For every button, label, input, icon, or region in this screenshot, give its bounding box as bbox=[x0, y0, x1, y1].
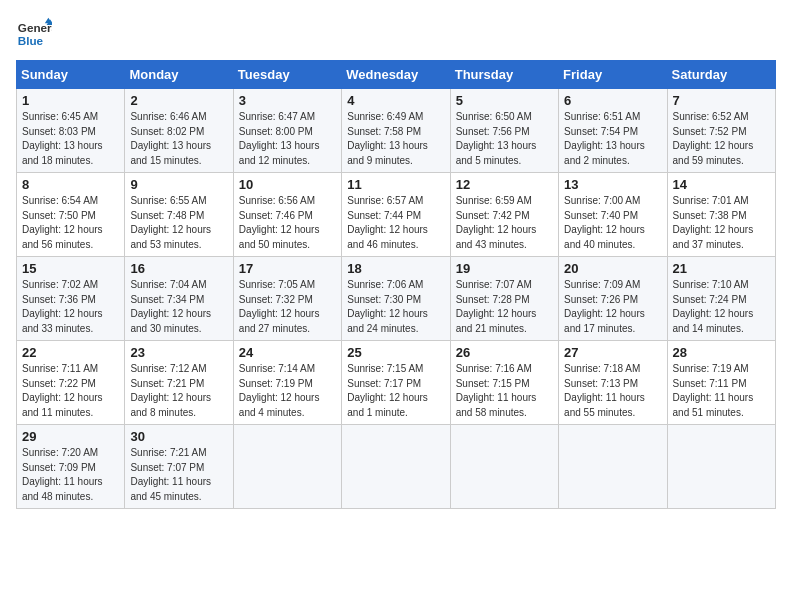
header-cell-sunday: Sunday bbox=[17, 61, 125, 89]
day-number: 25 bbox=[347, 345, 444, 360]
calendar-cell: 17Sunrise: 7:05 AMSunset: 7:32 PMDayligh… bbox=[233, 257, 341, 341]
day-info: Sunrise: 6:45 AMSunset: 8:03 PMDaylight:… bbox=[22, 110, 119, 168]
calendar-cell: 5Sunrise: 6:50 AMSunset: 7:56 PMDaylight… bbox=[450, 89, 558, 173]
day-info: Sunrise: 7:07 AMSunset: 7:28 PMDaylight:… bbox=[456, 278, 553, 336]
calendar-cell: 1Sunrise: 6:45 AMSunset: 8:03 PMDaylight… bbox=[17, 89, 125, 173]
svg-text:Blue: Blue bbox=[18, 34, 44, 47]
day-info: Sunrise: 7:05 AMSunset: 7:32 PMDaylight:… bbox=[239, 278, 336, 336]
day-info: Sunrise: 6:57 AMSunset: 7:44 PMDaylight:… bbox=[347, 194, 444, 252]
day-info: Sunrise: 7:04 AMSunset: 7:34 PMDaylight:… bbox=[130, 278, 227, 336]
calendar-cell: 26Sunrise: 7:16 AMSunset: 7:15 PMDayligh… bbox=[450, 341, 558, 425]
calendar-body: 1Sunrise: 6:45 AMSunset: 8:03 PMDaylight… bbox=[17, 89, 776, 509]
day-info: Sunrise: 7:11 AMSunset: 7:22 PMDaylight:… bbox=[22, 362, 119, 420]
day-number: 5 bbox=[456, 93, 553, 108]
day-number: 3 bbox=[239, 93, 336, 108]
calendar-cell: 30Sunrise: 7:21 AMSunset: 7:07 PMDayligh… bbox=[125, 425, 233, 509]
day-info: Sunrise: 7:16 AMSunset: 7:15 PMDaylight:… bbox=[456, 362, 553, 420]
calendar-week-4: 29Sunrise: 7:20 AMSunset: 7:09 PMDayligh… bbox=[17, 425, 776, 509]
calendar-week-2: 15Sunrise: 7:02 AMSunset: 7:36 PMDayligh… bbox=[17, 257, 776, 341]
day-info: Sunrise: 7:19 AMSunset: 7:11 PMDaylight:… bbox=[673, 362, 770, 420]
day-number: 12 bbox=[456, 177, 553, 192]
calendar-cell: 16Sunrise: 7:04 AMSunset: 7:34 PMDayligh… bbox=[125, 257, 233, 341]
calendar-cell: 12Sunrise: 6:59 AMSunset: 7:42 PMDayligh… bbox=[450, 173, 558, 257]
day-number: 2 bbox=[130, 93, 227, 108]
day-number: 14 bbox=[673, 177, 770, 192]
day-info: Sunrise: 7:09 AMSunset: 7:26 PMDaylight:… bbox=[564, 278, 661, 336]
day-number: 28 bbox=[673, 345, 770, 360]
logo-icon: General Blue bbox=[16, 16, 52, 52]
day-info: Sunrise: 6:49 AMSunset: 7:58 PMDaylight:… bbox=[347, 110, 444, 168]
day-number: 9 bbox=[130, 177, 227, 192]
calendar-week-0: 1Sunrise: 6:45 AMSunset: 8:03 PMDaylight… bbox=[17, 89, 776, 173]
calendar-cell: 20Sunrise: 7:09 AMSunset: 7:26 PMDayligh… bbox=[559, 257, 667, 341]
calendar-cell: 9Sunrise: 6:55 AMSunset: 7:48 PMDaylight… bbox=[125, 173, 233, 257]
calendar-cell: 3Sunrise: 6:47 AMSunset: 8:00 PMDaylight… bbox=[233, 89, 341, 173]
day-number: 23 bbox=[130, 345, 227, 360]
day-number: 26 bbox=[456, 345, 553, 360]
calendar-cell: 22Sunrise: 7:11 AMSunset: 7:22 PMDayligh… bbox=[17, 341, 125, 425]
day-number: 15 bbox=[22, 261, 119, 276]
day-number: 1 bbox=[22, 93, 119, 108]
day-number: 6 bbox=[564, 93, 661, 108]
day-number: 17 bbox=[239, 261, 336, 276]
day-number: 22 bbox=[22, 345, 119, 360]
calendar-cell: 14Sunrise: 7:01 AMSunset: 7:38 PMDayligh… bbox=[667, 173, 775, 257]
calendar-cell: 15Sunrise: 7:02 AMSunset: 7:36 PMDayligh… bbox=[17, 257, 125, 341]
calendar-cell: 27Sunrise: 7:18 AMSunset: 7:13 PMDayligh… bbox=[559, 341, 667, 425]
calendar-table: SundayMondayTuesdayWednesdayThursdayFrid… bbox=[16, 60, 776, 509]
day-info: Sunrise: 7:15 AMSunset: 7:17 PMDaylight:… bbox=[347, 362, 444, 420]
calendar-cell: 21Sunrise: 7:10 AMSunset: 7:24 PMDayligh… bbox=[667, 257, 775, 341]
day-number: 30 bbox=[130, 429, 227, 444]
day-info: Sunrise: 6:50 AMSunset: 7:56 PMDaylight:… bbox=[456, 110, 553, 168]
day-number: 11 bbox=[347, 177, 444, 192]
day-number: 21 bbox=[673, 261, 770, 276]
logo: General Blue bbox=[16, 16, 56, 52]
day-info: Sunrise: 7:10 AMSunset: 7:24 PMDaylight:… bbox=[673, 278, 770, 336]
header-cell-thursday: Thursday bbox=[450, 61, 558, 89]
calendar-week-3: 22Sunrise: 7:11 AMSunset: 7:22 PMDayligh… bbox=[17, 341, 776, 425]
day-number: 24 bbox=[239, 345, 336, 360]
day-number: 16 bbox=[130, 261, 227, 276]
day-info: Sunrise: 7:00 AMSunset: 7:40 PMDaylight:… bbox=[564, 194, 661, 252]
day-info: Sunrise: 6:59 AMSunset: 7:42 PMDaylight:… bbox=[456, 194, 553, 252]
day-info: Sunrise: 6:47 AMSunset: 8:00 PMDaylight:… bbox=[239, 110, 336, 168]
calendar-cell bbox=[667, 425, 775, 509]
day-info: Sunrise: 6:46 AMSunset: 8:02 PMDaylight:… bbox=[130, 110, 227, 168]
day-number: 29 bbox=[22, 429, 119, 444]
calendar-cell: 29Sunrise: 7:20 AMSunset: 7:09 PMDayligh… bbox=[17, 425, 125, 509]
day-number: 8 bbox=[22, 177, 119, 192]
calendar-cell: 23Sunrise: 7:12 AMSunset: 7:21 PMDayligh… bbox=[125, 341, 233, 425]
day-number: 19 bbox=[456, 261, 553, 276]
calendar-cell: 11Sunrise: 6:57 AMSunset: 7:44 PMDayligh… bbox=[342, 173, 450, 257]
header: General Blue bbox=[16, 16, 776, 52]
calendar-cell: 2Sunrise: 6:46 AMSunset: 8:02 PMDaylight… bbox=[125, 89, 233, 173]
calendar-cell: 25Sunrise: 7:15 AMSunset: 7:17 PMDayligh… bbox=[342, 341, 450, 425]
day-number: 7 bbox=[673, 93, 770, 108]
day-info: Sunrise: 7:14 AMSunset: 7:19 PMDaylight:… bbox=[239, 362, 336, 420]
day-info: Sunrise: 7:01 AMSunset: 7:38 PMDaylight:… bbox=[673, 194, 770, 252]
header-cell-tuesday: Tuesday bbox=[233, 61, 341, 89]
header-cell-wednesday: Wednesday bbox=[342, 61, 450, 89]
calendar-cell bbox=[342, 425, 450, 509]
day-info: Sunrise: 6:55 AMSunset: 7:48 PMDaylight:… bbox=[130, 194, 227, 252]
calendar-cell: 10Sunrise: 6:56 AMSunset: 7:46 PMDayligh… bbox=[233, 173, 341, 257]
day-number: 4 bbox=[347, 93, 444, 108]
day-info: Sunrise: 7:20 AMSunset: 7:09 PMDaylight:… bbox=[22, 446, 119, 504]
calendar-cell: 8Sunrise: 6:54 AMSunset: 7:50 PMDaylight… bbox=[17, 173, 125, 257]
day-number: 10 bbox=[239, 177, 336, 192]
day-info: Sunrise: 7:21 AMSunset: 7:07 PMDaylight:… bbox=[130, 446, 227, 504]
day-number: 13 bbox=[564, 177, 661, 192]
header-cell-saturday: Saturday bbox=[667, 61, 775, 89]
day-info: Sunrise: 7:12 AMSunset: 7:21 PMDaylight:… bbox=[130, 362, 227, 420]
day-info: Sunrise: 6:52 AMSunset: 7:52 PMDaylight:… bbox=[673, 110, 770, 168]
day-number: 27 bbox=[564, 345, 661, 360]
calendar-cell bbox=[450, 425, 558, 509]
calendar-cell: 4Sunrise: 6:49 AMSunset: 7:58 PMDaylight… bbox=[342, 89, 450, 173]
day-info: Sunrise: 6:51 AMSunset: 7:54 PMDaylight:… bbox=[564, 110, 661, 168]
header-cell-friday: Friday bbox=[559, 61, 667, 89]
calendar-week-1: 8Sunrise: 6:54 AMSunset: 7:50 PMDaylight… bbox=[17, 173, 776, 257]
calendar-cell: 19Sunrise: 7:07 AMSunset: 7:28 PMDayligh… bbox=[450, 257, 558, 341]
header-row: SundayMondayTuesdayWednesdayThursdayFrid… bbox=[17, 61, 776, 89]
calendar-cell bbox=[233, 425, 341, 509]
calendar-header: SundayMondayTuesdayWednesdayThursdayFrid… bbox=[17, 61, 776, 89]
